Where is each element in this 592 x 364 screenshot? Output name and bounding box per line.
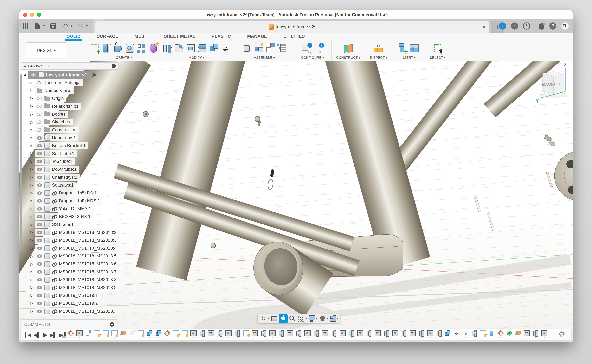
browser-header[interactable]: ◀◀ BROWSER xyxy=(21,62,118,70)
tree-row[interactable]: ▷Down tube:1 xyxy=(21,165,125,173)
timeline-feature-link-icon[interactable] xyxy=(287,330,293,336)
expand-arrow-icon[interactable]: ▷ xyxy=(30,293,35,298)
activate-radio-icon[interactable]: ◉ xyxy=(92,72,96,78)
tree-item-label[interactable]: MS0018_MS1018_MS2018:3 xyxy=(59,238,116,243)
tree-item-label[interactable]: Document Settings xyxy=(44,80,81,85)
look-tool[interactable] xyxy=(270,314,278,323)
extrude-icon[interactable] xyxy=(101,43,112,53)
visibility-eye-icon[interactable] xyxy=(37,239,42,242)
timeline-feature-joint-icon[interactable] xyxy=(366,330,372,336)
timeline-feature-sketch-icon[interactable] xyxy=(94,330,100,336)
tree-row[interactable]: ▷MS0018_MS1018_MS2018... xyxy=(21,307,125,315)
tree-item-label[interactable]: Construction xyxy=(52,128,77,132)
timeline-feature-link-icon[interactable] xyxy=(541,330,547,336)
seat-tube[interactable] xyxy=(136,61,246,280)
tree-item-label[interactable]: MS0018_MS1018_MS2018:4 xyxy=(59,246,116,251)
tab-utilities[interactable]: UTILITIES xyxy=(283,33,305,39)
visibility-eye-icon[interactable] xyxy=(37,286,42,289)
split-body-icon[interactable] xyxy=(197,43,208,53)
tree-item-label[interactable]: MS0018_MS1018_MS2018:7 xyxy=(59,269,116,274)
visibility-eye-icon[interactable] xyxy=(37,199,42,203)
expand-arrow-icon[interactable]: ▷ xyxy=(30,207,35,211)
document-tab[interactable]: lowry-mtb-frame-v2* × xyxy=(95,21,489,32)
tree-item-label[interactable]: MS0019_MS1019:1 xyxy=(59,293,98,298)
expand-arrow-icon[interactable]: ▷ xyxy=(30,278,35,282)
timeline-feature-link-icon[interactable] xyxy=(269,330,276,336)
expand-arrow-icon[interactable]: ▷ xyxy=(30,286,35,290)
fit-tool[interactable] xyxy=(297,314,306,323)
tab-surface[interactable]: SURFACE xyxy=(96,33,119,39)
tree-item-label[interactable]: Dropout+1p5+DS:1 xyxy=(59,191,97,196)
viewports-tool[interactable] xyxy=(329,314,337,323)
grid-tool[interactable] xyxy=(318,314,327,323)
timeline-feature-link-icon[interactable] xyxy=(524,330,530,336)
tree-row[interactable]: ▷MS0018_MS1018_MS2018:8 xyxy=(21,276,125,284)
timeline-feature-surface-icon[interactable] xyxy=(515,330,521,336)
tree-item-label[interactable]: Seatsays:1 xyxy=(52,183,74,188)
tree-row[interactable]: ▷Seat tube:1 xyxy=(21,150,125,158)
group-label-assemble[interactable]: ASSEMBLE ▾ xyxy=(235,56,294,61)
tab-sheet-metal[interactable]: SHEET METAL xyxy=(164,33,196,39)
form-icon[interactable] xyxy=(148,43,158,53)
timeline-feature-joint-icon[interactable] xyxy=(217,330,223,336)
expand-arrow-icon[interactable]: ◢ xyxy=(23,73,28,77)
timeline-feature-joint-icon[interactable] xyxy=(199,330,205,336)
collapse-panel-icon[interactable]: ◀◀ xyxy=(23,64,26,68)
extensions-icon[interactable]: ↑ xyxy=(499,22,506,30)
expand-arrow-icon[interactable]: ▷ xyxy=(30,262,35,266)
tree-row[interactable]: ▷SS brace:1 xyxy=(21,221,125,228)
tab-mesh[interactable]: MESH xyxy=(134,33,148,39)
history-clock-icon[interactable] xyxy=(523,22,530,30)
timeline-feature-joint-icon[interactable] xyxy=(331,330,337,336)
timeline-feature-joint-icon[interactable] xyxy=(313,330,319,336)
measure-icon[interactable] xyxy=(373,43,384,53)
insert-design-icon[interactable] xyxy=(242,43,252,53)
tree-row[interactable]: ▷Chainstays:1 xyxy=(21,173,125,181)
timeline-feature-sketch-icon[interactable] xyxy=(480,330,486,336)
expand-arrow-icon[interactable]: ▷ xyxy=(30,88,35,93)
tree-row[interactable]: ▷MS0018_MS1018_MS2018:3 xyxy=(21,236,125,244)
timeline-feature-sketch-icon[interactable] xyxy=(103,330,109,336)
expand-arrow-icon[interactable]: ▷ xyxy=(30,254,35,258)
expand-arrow-icon[interactable]: ▷ xyxy=(30,199,35,203)
expand-arrow-icon[interactable]: ▷ xyxy=(30,230,35,234)
tree-row[interactable]: ▷Bottom Bracket:1 xyxy=(21,142,125,150)
orbit-tool[interactable] xyxy=(259,314,268,323)
visibility-eye-icon[interactable] xyxy=(37,294,42,297)
dropout-disc[interactable] xyxy=(554,151,573,201)
expand-arrow-icon[interactable]: ▷ xyxy=(30,167,35,171)
timeline-feature-link-icon[interactable] xyxy=(375,330,381,336)
expand-arrow-icon[interactable]: ▷ xyxy=(30,309,35,313)
timeline-feature-joint-icon[interactable] xyxy=(436,330,442,336)
tree-row[interactable]: ▷Sketches xyxy=(21,118,125,126)
tree-row[interactable]: ▷Origin xyxy=(21,95,125,103)
timeline-feature-joint-icon[interactable] xyxy=(348,330,355,336)
timeline-feature-form-icon[interactable] xyxy=(129,330,135,336)
derailleur-hanger[interactable] xyxy=(544,135,556,147)
viewcube-back-face[interactable]: BACK xyxy=(542,82,554,87)
tree-row[interactable]: ▷MS0018_MS1018_MS2018:2 xyxy=(21,228,125,236)
tree-item-label[interactable]: Bottom Bracket:1 xyxy=(52,143,86,148)
expand-arrow-icon[interactable]: ▷ xyxy=(30,301,35,306)
browser-scrollbar[interactable] xyxy=(20,74,22,247)
expand-arrow-icon[interactable]: ▷ xyxy=(30,144,35,148)
viewcube-left-face[interactable]: LEFT xyxy=(554,82,564,86)
tree-row[interactable]: ▷⚙Document Settings xyxy=(21,79,125,87)
expand-arrow-icon[interactable]: ▷ xyxy=(30,136,35,140)
timeline-feature-link-icon[interactable] xyxy=(357,330,363,336)
timeline-feature-joint-icon[interactable] xyxy=(471,330,477,336)
visibility-eye-icon[interactable] xyxy=(37,310,42,313)
timeline-feature-link-icon[interactable] xyxy=(190,330,197,336)
group-label-insert[interactable]: INSERT ▾ xyxy=(392,56,424,61)
timeline-feature-extrude-icon[interactable] xyxy=(489,330,495,336)
canvas-icon[interactable] xyxy=(409,43,419,53)
expand-arrow-icon[interactable]: ▷ xyxy=(30,246,35,250)
tree-row[interactable]: ▷MS0018_MS1018_MS2018:9 xyxy=(21,284,125,292)
combine-icon[interactable] xyxy=(209,43,219,53)
shell-icon[interactable] xyxy=(186,43,196,53)
timeline-feature-flag-icon[interactable] xyxy=(85,330,91,336)
expand-arrow-icon[interactable]: ▷ xyxy=(30,238,35,242)
timeline-feature-link-icon[interactable] xyxy=(392,330,398,336)
comments-bar[interactable]: COMMENTS xyxy=(21,319,117,329)
collapse-all-icon[interactable] xyxy=(112,64,116,68)
